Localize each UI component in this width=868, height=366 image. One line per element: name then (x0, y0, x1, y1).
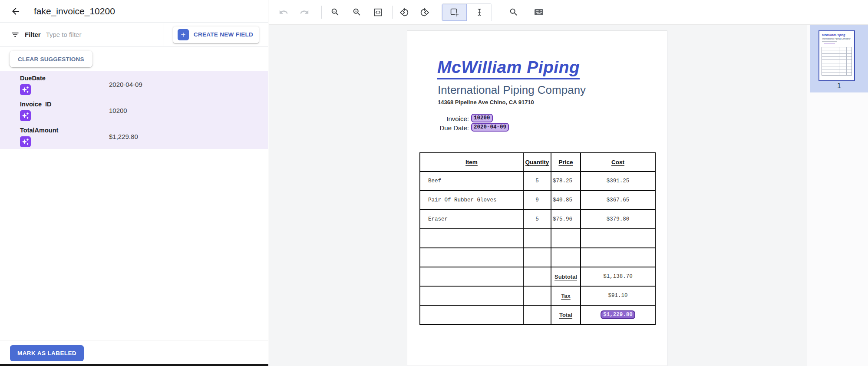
redo-icon (300, 7, 309, 17)
page-thumbnail-strip: McWilliam Piping International Piping Co… (807, 25, 868, 366)
fit-width-icon (373, 7, 383, 17)
total-cell: $1,229.80 (581, 305, 655, 324)
panel-footer: MARK AS LABELED (0, 340, 268, 364)
create-new-field-label: CREATE NEW FIELD (194, 31, 253, 38)
left-panel: fake_invoice_10200 Filter CREATE NEW FIE… (0, 0, 268, 366)
keyboard-shortcuts-icon (534, 7, 544, 17)
field-value: 10200 (109, 107, 127, 114)
redo-button[interactable] (299, 7, 310, 17)
search-button[interactable] (508, 7, 519, 17)
page-thumbnail-selected[interactable]: McWilliam Piping International Piping Co… (810, 25, 868, 92)
viewer-toolbar (269, 0, 868, 25)
fit-width-button[interactable] (373, 7, 383, 17)
auto-awesome-icon (20, 110, 31, 121)
thumb-company-subtitle: International Piping Company (822, 37, 851, 40)
window-bottom-edge (0, 364, 268, 366)
thumb-company-title: McWilliam Piping (822, 33, 845, 36)
invoice-number-annotation[interactable]: 10200 (471, 114, 493, 122)
create-field-area: CREATE NEW FIELD (164, 23, 268, 46)
tax-value: $91.10 (581, 286, 655, 305)
page-title: fake_invoice_10200 (34, 6, 115, 16)
zoom-out-button[interactable] (330, 7, 340, 17)
total-row: Total $1,229.80 (420, 305, 655, 324)
filter-input[interactable] (46, 31, 164, 38)
rotate-left-button[interactable] (399, 7, 409, 17)
company-subtitle: International Piping Company (438, 83, 586, 97)
zoom-in-button[interactable] (352, 7, 362, 17)
item-cell: Pair Of Rubber Gloves (420, 191, 523, 210)
table-row-empty (420, 248, 655, 267)
undo-icon (279, 7, 288, 17)
total-label: Total (551, 305, 581, 324)
field-row-invoice-id[interactable]: Invoice_ID 10200 (0, 97, 268, 123)
field-value: 2020-04-09 (109, 81, 142, 88)
filter-label: Filter (25, 31, 41, 38)
column-header: Price (551, 153, 581, 171)
text-select-tool-icon (475, 7, 484, 17)
company-title: McWilliam Piping (437, 58, 580, 79)
cost-cell: $391.25 (581, 171, 655, 191)
total-amount-annotation[interactable]: $1,229.80 (601, 310, 635, 319)
cost-cell: $367.65 (581, 191, 655, 210)
item-cell: Eraser (420, 210, 523, 229)
column-header: Cost (581, 153, 655, 171)
filter-icon (11, 30, 20, 39)
table-row: Pair Of Rubber Gloves 9 $40.85 $367.65 (420, 191, 655, 210)
cost-cell: $379.80 (581, 210, 655, 229)
arrow-back-icon (10, 6, 21, 16)
mark-as-labeled-button[interactable]: MARK AS LABELED (10, 345, 84, 361)
item-cell: Beef (420, 171, 523, 191)
document-labeling-app: fake_invoice_10200 Filter CREATE NEW FIE… (0, 0, 868, 366)
annotation-tool-group (442, 3, 492, 21)
invoice-page: McWilliam Piping International Piping Co… (407, 30, 667, 366)
column-header: Item (420, 153, 523, 171)
rotate-right-button[interactable] (419, 7, 430, 17)
subtotal-value: $1,138.70 (581, 267, 655, 286)
column-header: Quantity (523, 153, 551, 171)
thumb-mini-table (822, 47, 852, 76)
keyboard-shortcuts-button[interactable] (534, 7, 544, 17)
clear-suggestions-button[interactable]: CLEAR SUGGESTIONS (10, 51, 92, 67)
price-cell: $75.96 (551, 210, 581, 229)
due-date-annotation[interactable]: 2020-04-09 (471, 123, 509, 132)
zoom-in-icon (352, 7, 362, 17)
price-cell: $78.25 (551, 171, 581, 191)
back-button[interactable] (10, 6, 22, 17)
thumb-text-line (822, 41, 837, 42)
rotate-left-icon (399, 7, 409, 17)
page-thumbnail[interactable]: McWilliam Piping International Piping Co… (818, 30, 855, 81)
plus-icon (178, 29, 189, 40)
field-name: Invoice_ID (20, 101, 52, 108)
company-address: 14368 Pipeline Ave Chino, CA 91710 (438, 99, 534, 106)
document-header: fake_invoice_10200 (0, 0, 268, 23)
quantity-cell: 5 (523, 171, 551, 191)
toolbar-separator (321, 6, 322, 19)
field-name: DueDate (20, 75, 46, 82)
table-row-empty (420, 229, 655, 248)
document-canvas: McWilliam Piping International Piping Co… (269, 25, 807, 366)
rotate-right-icon (420, 7, 429, 17)
field-row-duedate[interactable]: DueDate 2020-04-09 (0, 71, 268, 97)
auto-awesome-icon (20, 136, 31, 147)
subtotal-row: Subtotal $1,138.70 (420, 267, 655, 286)
invoice-line-items-table: Item Quantity Price Cost Beef 5 $78.25 $… (419, 152, 656, 325)
subtotal-label: Subtotal (551, 267, 581, 286)
tax-row: Tax $91.10 (420, 286, 655, 305)
undo-button[interactable] (278, 7, 289, 17)
tax-label: Tax (551, 286, 581, 305)
auto-awesome-icon (20, 84, 31, 95)
filter-row: Filter CREATE NEW FIELD (0, 23, 268, 47)
quantity-cell: 9 (523, 191, 551, 210)
invoice-number-label: Invoice: (407, 115, 469, 122)
toolbar-separator (392, 6, 393, 19)
bounding-box-tool-button[interactable] (442, 4, 467, 21)
table-header-row: Item Quantity Price Cost (420, 153, 655, 171)
text-select-tool-button[interactable] (467, 4, 492, 21)
filter-control: Filter (0, 23, 164, 46)
zoom-out-icon (330, 7, 340, 17)
field-row-totalamount[interactable]: TotalAmount $1,229.80 (0, 123, 268, 149)
price-cell: $40.85 (551, 191, 581, 210)
bounding-box-tool-icon (449, 7, 459, 17)
create-new-field-button[interactable]: CREATE NEW FIELD (173, 26, 259, 43)
field-name: TotalAmount (20, 127, 58, 134)
